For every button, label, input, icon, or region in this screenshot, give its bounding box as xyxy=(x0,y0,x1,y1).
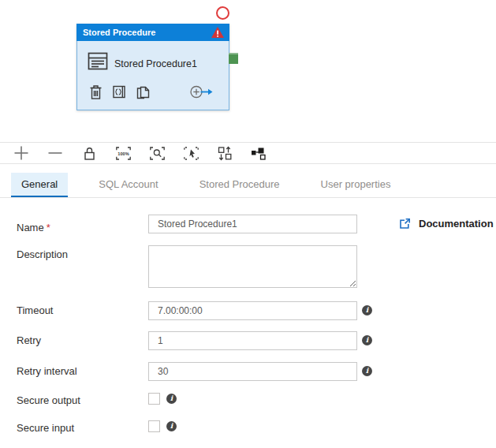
red-circle-marker xyxy=(216,6,229,20)
name-input[interactable] xyxy=(148,215,357,233)
secure-output-label: Secure output xyxy=(17,394,80,406)
tab-general[interactable]: General xyxy=(11,173,68,197)
timeout-input[interactable] xyxy=(148,301,357,320)
minimap-icon[interactable] xyxy=(250,144,267,162)
description-textarea[interactable] xyxy=(148,245,357,288)
external-link-icon xyxy=(399,218,411,230)
general-settings-form: Name* Documentation Description Timeout … xyxy=(0,198,496,448)
activity-type-label: Stored Procedure xyxy=(83,28,155,37)
stored-procedure-activity-node[interactable]: Stored Procedure xyxy=(76,24,229,110)
settings-tab-bar: General SQL Account Stored Procedure Use… xyxy=(0,164,496,198)
secure-input-label: Secure input xyxy=(17,422,74,434)
secure-input-checkbox[interactable] xyxy=(148,420,160,432)
zoom-in-icon[interactable] xyxy=(13,144,30,162)
activity-name-label: Stored Procedure1 xyxy=(114,58,197,69)
pipeline-canvas[interactable]: Stored Procedure xyxy=(0,0,496,142)
clone-icon[interactable] xyxy=(136,84,150,100)
tab-user-properties[interactable]: User properties xyxy=(311,173,401,197)
retry-interval-label: Retry interval xyxy=(17,362,77,381)
documentation-label: Documentation xyxy=(419,218,494,230)
tab-stored-procedure[interactable]: Stored Procedure xyxy=(189,173,290,197)
multi-select-icon[interactable] xyxy=(182,144,200,162)
retry-interval-info-icon[interactable]: i xyxy=(362,366,372,376)
code-icon[interactable] xyxy=(112,84,127,99)
zoom-out-icon[interactable] xyxy=(47,144,64,162)
svg-text:100%: 100% xyxy=(117,151,129,155)
stored-procedure-icon xyxy=(88,51,108,71)
timeout-label: Timeout xyxy=(17,301,53,320)
activity-node-body[interactable]: Stored Procedure1 xyxy=(77,41,229,110)
retry-label: Retry xyxy=(17,331,41,350)
activity-node-header[interactable]: Stored Procedure xyxy=(76,24,229,41)
timeout-info-icon[interactable]: i xyxy=(362,305,372,315)
secure-output-info-icon[interactable]: i xyxy=(166,394,177,404)
description-label: Description xyxy=(17,248,68,260)
auto-align-icon[interactable] xyxy=(216,144,233,162)
activity-action-bar xyxy=(77,84,229,103)
required-marker: * xyxy=(47,222,50,233)
delete-icon[interactable] xyxy=(89,84,103,100)
add-output-icon[interactable] xyxy=(189,84,213,99)
retry-interval-input[interactable] xyxy=(148,362,357,381)
lock-icon[interactable] xyxy=(80,144,98,162)
secure-output-checkbox[interactable] xyxy=(148,393,160,405)
canvas-toolbar: 100% xyxy=(0,142,496,164)
tab-sql-account[interactable]: SQL Account xyxy=(88,173,168,197)
zoom-100-icon[interactable]: 100% xyxy=(114,144,132,162)
activity-editor: Stored Procedure xyxy=(0,0,496,448)
retry-info-icon[interactable]: i xyxy=(362,335,372,345)
retry-input[interactable] xyxy=(148,331,357,350)
success-output-port[interactable] xyxy=(229,53,238,64)
secure-input-info-icon[interactable]: i xyxy=(166,421,177,431)
warning-icon[interactable] xyxy=(211,27,224,38)
name-label: Name* xyxy=(17,218,50,237)
documentation-link[interactable]: Documentation xyxy=(399,218,494,230)
zoom-fit-icon[interactable] xyxy=(148,144,166,162)
